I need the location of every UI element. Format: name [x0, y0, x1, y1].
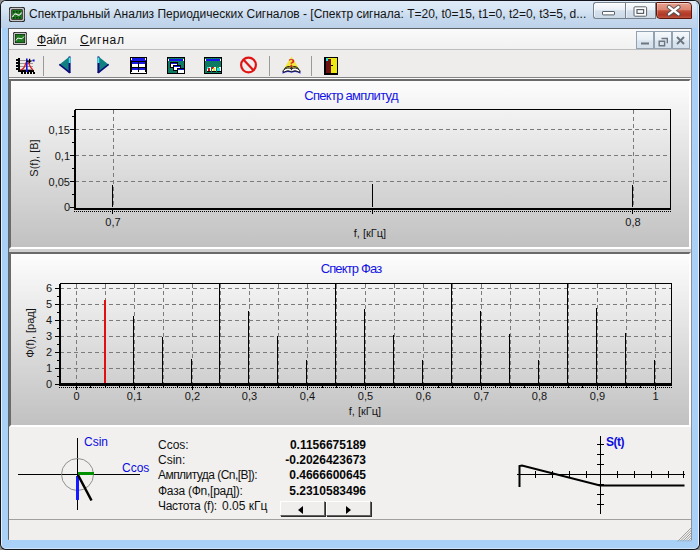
- svg-text:?: ?: [289, 55, 296, 70]
